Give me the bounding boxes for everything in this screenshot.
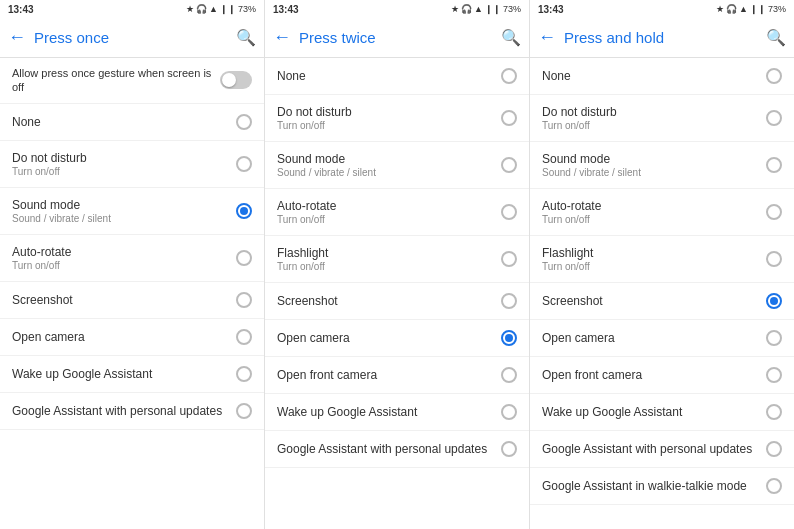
status-bar: 13:43 ★ 🎧 ▲ ❙❙ 73% <box>530 0 794 18</box>
radio-button[interactable] <box>501 367 517 383</box>
option-text: Do not disturbTurn on/off <box>542 105 766 131</box>
radio-button[interactable] <box>236 250 252 266</box>
option-text: FlashlightTurn on/off <box>542 246 766 272</box>
battery-text: 73% <box>503 4 521 14</box>
option-row[interactable]: Open camera <box>530 320 794 357</box>
option-text: Do not disturbTurn on/off <box>277 105 501 131</box>
radio-button[interactable] <box>766 404 782 420</box>
option-row[interactable]: Wake up Google Assistant <box>530 394 794 431</box>
option-row[interactable]: Auto-rotateTurn on/off <box>265 189 529 236</box>
option-label: Do not disturb <box>12 151 236 165</box>
option-row[interactable]: FlashlightTurn on/off <box>265 236 529 283</box>
option-label: Do not disturb <box>277 105 501 119</box>
signal-icon: ❙❙ <box>485 4 501 14</box>
option-text: Screenshot <box>542 294 766 308</box>
option-row[interactable]: Auto-rotateTurn on/off <box>530 189 794 236</box>
option-row[interactable]: None <box>265 58 529 95</box>
option-label: Wake up Google Assistant <box>12 367 236 381</box>
option-row[interactable]: Wake up Google Assistant <box>0 356 264 393</box>
radio-button[interactable] <box>766 251 782 267</box>
radio-button[interactable] <box>766 478 782 494</box>
option-row[interactable]: Do not disturbTurn on/off <box>265 95 529 142</box>
radio-button[interactable] <box>501 404 517 420</box>
radio-button[interactable] <box>501 204 517 220</box>
option-text: Screenshot <box>277 294 501 308</box>
option-sublabel: Turn on/off <box>542 261 766 272</box>
option-label: Auto-rotate <box>277 199 501 213</box>
option-text: Screenshot <box>12 293 236 307</box>
option-text: Open front camera <box>277 368 501 382</box>
option-label: None <box>542 69 766 83</box>
radio-button[interactable] <box>236 403 252 419</box>
back-button[interactable]: ← <box>538 27 556 48</box>
radio-button[interactable] <box>766 110 782 126</box>
option-row[interactable]: Open camera <box>265 320 529 357</box>
headphone-icon: 🎧 <box>196 4 207 14</box>
option-text: None <box>277 69 501 83</box>
option-label: Sound mode <box>542 152 766 166</box>
radio-button[interactable] <box>501 157 517 173</box>
radio-button[interactable] <box>766 68 782 84</box>
option-row[interactable]: FlashlightTurn on/off <box>530 236 794 283</box>
option-label: Open camera <box>277 331 501 345</box>
radio-button[interactable] <box>766 204 782 220</box>
radio-button[interactable] <box>236 203 252 219</box>
option-row[interactable]: Sound modeSound / vibrate / silent <box>530 142 794 189</box>
page-header: ← Press and hold 🔍 <box>530 18 794 58</box>
radio-button[interactable] <box>501 330 517 346</box>
toggle-switch[interactable] <box>220 71 252 89</box>
option-label: Wake up Google Assistant <box>277 405 501 419</box>
option-row[interactable]: Screenshot <box>0 282 264 319</box>
radio-button[interactable] <box>236 292 252 308</box>
radio-button[interactable] <box>236 156 252 172</box>
option-row[interactable]: Screenshot <box>530 283 794 320</box>
option-row[interactable]: Google Assistant with personal updates <box>530 431 794 468</box>
back-button[interactable]: ← <box>8 27 26 48</box>
option-row[interactable]: None <box>0 104 264 141</box>
radio-button[interactable] <box>236 114 252 130</box>
option-row[interactable]: Open front camera <box>530 357 794 394</box>
back-button[interactable]: ← <box>273 27 291 48</box>
option-text: Auto-rotateTurn on/off <box>12 245 236 271</box>
radio-button[interactable] <box>501 251 517 267</box>
option-text: Sound modeSound / vibrate / silent <box>542 152 766 178</box>
radio-button[interactable] <box>766 330 782 346</box>
signal-icon: ❙❙ <box>220 4 236 14</box>
option-row[interactable]: Do not disturbTurn on/off <box>0 141 264 188</box>
option-row[interactable]: Screenshot <box>265 283 529 320</box>
radio-button[interactable] <box>766 367 782 383</box>
radio-button[interactable] <box>766 293 782 309</box>
option-text: Open front camera <box>542 368 766 382</box>
option-label: Screenshot <box>277 294 501 308</box>
page-title: Press once <box>34 29 236 46</box>
option-row[interactable]: Open front camera <box>265 357 529 394</box>
option-row[interactable]: Wake up Google Assistant <box>265 394 529 431</box>
option-row[interactable]: Sound modeSound / vibrate / silent <box>0 188 264 235</box>
radio-button[interactable] <box>501 441 517 457</box>
search-icon[interactable]: 🔍 <box>501 28 521 47</box>
option-label: Auto-rotate <box>542 199 766 213</box>
option-row[interactable]: None <box>530 58 794 95</box>
radio-button[interactable] <box>236 366 252 382</box>
option-row[interactable]: Google Assistant with personal updates <box>265 431 529 468</box>
option-sublabel: Sound / vibrate / silent <box>12 213 236 224</box>
option-row[interactable]: Open camera <box>0 319 264 356</box>
radio-button[interactable] <box>501 293 517 309</box>
search-icon[interactable]: 🔍 <box>766 28 786 47</box>
option-row[interactable]: Do not disturbTurn on/off <box>530 95 794 142</box>
radio-button[interactable] <box>236 329 252 345</box>
option-row[interactable]: Google Assistant in walkie-talkie mode <box>530 468 794 505</box>
radio-button[interactable] <box>766 441 782 457</box>
option-row[interactable]: Google Assistant with personal updates <box>0 393 264 430</box>
option-row[interactable]: Auto-rotateTurn on/off <box>0 235 264 282</box>
status-time: 13:43 <box>273 4 299 15</box>
radio-button[interactable] <box>766 157 782 173</box>
bluetooth-icon: ★ <box>716 4 724 14</box>
search-icon[interactable]: 🔍 <box>236 28 256 47</box>
radio-button[interactable] <box>501 68 517 84</box>
option-row[interactable]: Sound modeSound / vibrate / silent <box>265 142 529 189</box>
radio-button[interactable] <box>501 110 517 126</box>
option-text: Google Assistant with personal updates <box>277 442 501 456</box>
option-sublabel: Turn on/off <box>277 120 501 131</box>
option-text: Sound modeSound / vibrate / silent <box>277 152 501 178</box>
